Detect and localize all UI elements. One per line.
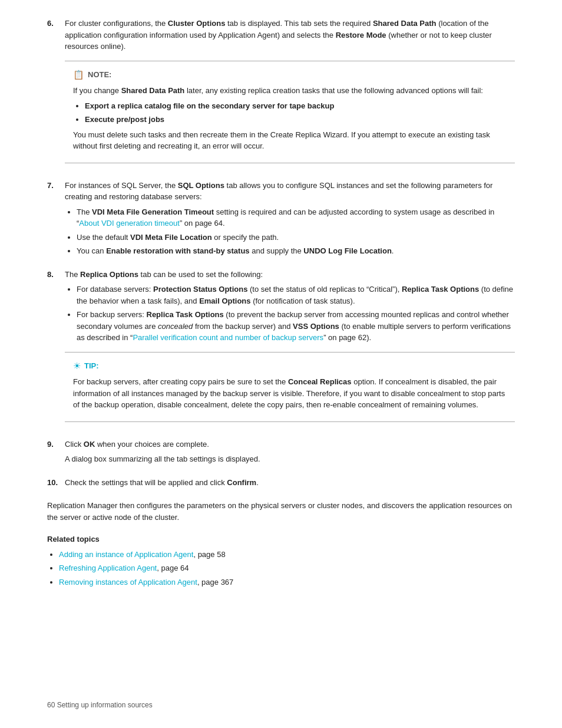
replication-text: Replication Manager then configures the … xyxy=(47,500,515,523)
step-8-content: The Replica Options tab can be used to s… xyxy=(65,269,515,430)
step-7-bullet-1: The VDI Meta File Generation Timeout set… xyxy=(77,206,515,229)
step-6-text: For cluster configurations, the Cluster … xyxy=(65,18,515,52)
removing-instances-link[interactable]: Removing instances of Application Agent xyxy=(59,578,197,587)
note-icon: 📋 xyxy=(73,68,84,82)
related-item-1: Adding an instance of Application Agent,… xyxy=(59,549,515,561)
step-7: 7. For instances of SQL Server, the SQL … xyxy=(47,180,515,261)
step-7-bullet-3: You can Enable restoration with stand-by… xyxy=(77,245,515,257)
protection-status-label: Protection Status Options xyxy=(153,285,247,294)
related-item-2-page: , page 64 xyxy=(157,564,189,572)
vdi-timeout-link[interactable]: About VDI generation timeout xyxy=(79,219,180,228)
step-7-bullets: The VDI Meta File Generation Timeout set… xyxy=(77,206,515,257)
related-section: Related topics Adding an instance of App… xyxy=(47,533,515,588)
related-item-1-page: , page 58 xyxy=(193,550,225,559)
undo-log-label: UNDO Log File Location xyxy=(303,246,392,255)
note-bullet-2: Execute pre/post jobs xyxy=(85,114,507,126)
note-bullet-list: Export a replica catalog file on the sec… xyxy=(85,100,507,126)
backup-replica-task-label: Replica Task Options xyxy=(147,310,224,319)
ok-label: OK xyxy=(84,440,95,449)
tip-header: ☀︎ TIP: xyxy=(73,360,507,373)
refreshing-agent-link[interactable]: Refreshing Application Agent xyxy=(59,564,157,572)
step-7-bullet-2: Use the default VDI Meta File Location o… xyxy=(77,232,515,243)
email-options-label: Email Options xyxy=(199,297,250,305)
adding-instance-link[interactable]: Adding an instance of Application Agent xyxy=(59,550,193,559)
replica-task-options-label: Replica Task Options xyxy=(402,285,479,294)
concealed-text: concealed xyxy=(158,322,193,331)
related-item-3: Removing instances of Application Agent,… xyxy=(59,577,515,588)
step-10-content: Check the settings that will be applied … xyxy=(65,477,515,492)
step-10-number: 10. xyxy=(47,477,65,492)
confirm-label: Confirm xyxy=(227,478,256,487)
related-item-2: Refreshing Application Agent, page 64 xyxy=(59,562,515,574)
note-followup: You must delete such tasks and then recr… xyxy=(73,129,507,152)
step-6-content: For cluster configurations, the Cluster … xyxy=(65,18,515,172)
note-bullet-2-text: Execute pre/post jobs xyxy=(85,115,164,124)
step-8-bullets: For database servers: Protection Status … xyxy=(77,284,515,344)
restore-mode-label: Restore Mode xyxy=(336,31,386,39)
cluster-options-label: Cluster Options xyxy=(168,19,226,28)
vdi-location-label: VDI Meta File Location xyxy=(130,233,212,242)
step-7-number: 7. xyxy=(47,180,65,261)
step-10-text: Check the settings that will be applied … xyxy=(65,477,515,489)
step-8-bullet-2: For backup servers: Replica Task Options… xyxy=(77,309,515,344)
step-8-number: 8. xyxy=(47,269,65,430)
conceal-replicas-label: Conceal Replicas xyxy=(288,377,352,386)
step-7-text: For instances of SQL Server, the SQL Opt… xyxy=(65,180,515,203)
step-9-subtext: A dialog box summarizing all the tab set… xyxy=(65,453,515,465)
note-bullet-1-text: Export a replica catalog file on the sec… xyxy=(85,101,334,110)
step-9-text: Click OK when your choices are complete. xyxy=(65,439,515,450)
step-8: 8. The Replica Options tab can be used t… xyxy=(47,269,515,430)
step-6: 6. For cluster configurations, the Clust… xyxy=(47,18,515,172)
related-title: Related topics xyxy=(47,533,515,545)
note-text: If you change Shared Data Path later, an… xyxy=(73,85,507,97)
note-box: 📋 NOTE: If you change Shared Data Path l… xyxy=(65,61,515,163)
vdi-timeout-label: VDI Meta File Generation Timeout xyxy=(92,207,214,216)
related-list: Adding an instance of Application Agent,… xyxy=(59,549,515,588)
tip-text: For backup servers, after creating copy … xyxy=(73,376,507,411)
vss-options-label: VSS Options xyxy=(293,322,339,331)
note-shared-data-path: Shared Data Path xyxy=(121,86,185,95)
shared-data-path-label: Shared Data Path xyxy=(373,19,437,28)
tip-label: TIP: xyxy=(84,360,99,372)
step-10: 10. Check the settings that will be appl… xyxy=(47,477,515,492)
step-7-content: For instances of SQL Server, the SQL Opt… xyxy=(65,180,515,261)
step-9-content: Click OK when your choices are complete.… xyxy=(65,439,515,469)
page: 6. For cluster configurations, the Clust… xyxy=(0,0,562,728)
note-header: 📋 NOTE: xyxy=(73,68,507,82)
sql-options-label: SQL Options xyxy=(178,181,224,190)
step-9: 9. Click OK when your choices are comple… xyxy=(47,439,515,469)
replica-options-label: Replica Options xyxy=(80,270,138,279)
tip-icon: ☀︎ xyxy=(73,360,81,373)
step-8-bullet-1: For database servers: Protection Status … xyxy=(77,284,515,307)
related-item-3-page: , page 367 xyxy=(197,578,233,587)
note-label: NOTE: xyxy=(88,69,111,81)
tip-box: ☀︎ TIP: For backup servers, after creati… xyxy=(65,352,515,422)
note-bullet-1: Export a replica catalog file on the sec… xyxy=(85,100,507,112)
enable-restoration-label: Enable restoration with stand-by status xyxy=(106,246,249,255)
page-footer: 60 Setting up information sources xyxy=(47,700,153,710)
step-9-number: 9. xyxy=(47,439,65,469)
parallel-verification-link[interactable]: Parallel verification count and number o… xyxy=(133,333,323,342)
step-8-text: The Replica Options tab can be used to s… xyxy=(65,269,515,281)
step-6-number: 6. xyxy=(47,18,65,172)
